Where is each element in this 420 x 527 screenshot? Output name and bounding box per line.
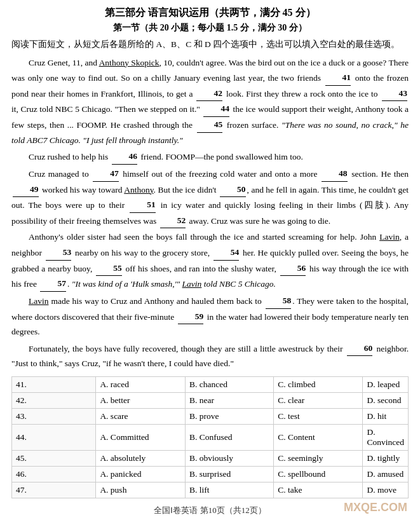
blank-56: 56 — [280, 261, 306, 277]
option-choice: D. hit — [363, 409, 409, 425]
option-choice: A. scare — [96, 409, 186, 425]
passage-p4-end: . — [67, 279, 72, 289]
table-row: 46.A. panickedB. surprisedC. spellboundD… — [12, 467, 409, 483]
option-choice: B. obviously — [185, 451, 273, 467]
option-choice: B. chanced — [185, 377, 273, 393]
blank-53: 53 — [46, 245, 72, 261]
option-choice: B. Confused — [185, 425, 273, 451]
option-choice: D. leaped — [363, 377, 409, 393]
option-num: 44. — [12, 425, 96, 451]
option-choice: A. raced — [96, 377, 186, 393]
blank-51: 51 — [130, 197, 156, 213]
option-choice: B. surprised — [185, 467, 273, 483]
passage-p3-end: away. Cruz was sure he was going to die. — [187, 216, 330, 226]
table-row: 42.A. betterB. nearC. clearD. second — [12, 393, 409, 409]
option-choice: A. push — [96, 483, 186, 498]
passage-p1-mid3: it, Cruz told NBC 5 Chicago. "Then we st… — [11, 104, 202, 114]
passage-p3-start: Cruz managed to — [29, 169, 91, 179]
blank-43: 43 — [382, 86, 408, 102]
passage-p1-end: frozen surface. — [224, 120, 281, 130]
passage: Cruz Genet, 11, and Anthony Skopick, 10,… — [11, 55, 409, 372]
option-choice: C. clear — [274, 393, 363, 409]
blank-50: 50 — [220, 182, 246, 198]
blank-46: 46 — [112, 149, 138, 165]
blank-45: 45 — [197, 117, 223, 133]
passage-p4-mid: nearby on his way to the grocery store, — [72, 248, 212, 257]
option-choice: D. Convinced — [363, 425, 409, 451]
blank-58: 58 — [266, 293, 292, 309]
blank-59: 59 — [178, 309, 204, 325]
option-choice: B. near — [185, 393, 273, 409]
blank-57: 57 — [40, 276, 66, 292]
blank-52: 52 — [160, 213, 186, 229]
option-choice: D. move — [363, 483, 409, 498]
option-choice: C. Content — [274, 425, 363, 451]
table-row: 47.A. pushB. liftC. takeD. move — [12, 483, 409, 498]
blank-42: 42 — [196, 86, 222, 102]
table-row: 45.A. absolutelyB. obviouslyC. seemingly… — [12, 451, 409, 467]
blank-48: 48 — [322, 166, 348, 182]
blank-47: 47 — [93, 166, 119, 182]
footer: 全国Ⅰ卷英语 第10页（共12页） — [11, 505, 409, 516]
option-choice: A. Committed — [96, 425, 186, 451]
table-row: 44.A. CommittedB. ConfusedC. ContentD. C… — [12, 425, 409, 451]
blank-41: 41 — [325, 70, 351, 86]
option-num: 42. — [12, 393, 96, 409]
passage-p1-mid2: look. First they threw a rock onto the i… — [224, 89, 381, 99]
passage-p3-mid3: worked his way toward Anthony. But the i… — [40, 185, 219, 195]
option-choice: C. take — [274, 483, 363, 498]
blank-54: 54 — [213, 245, 240, 261]
option-choice: C. test — [274, 409, 363, 425]
passage-p2-start: Cruz rushed to help his — [29, 152, 111, 161]
option-num: 45. — [12, 451, 96, 467]
passage-p6-start: Fortunately, the boys have fully recover… — [29, 344, 346, 353]
passage-p5-start: Lavin made his way to Cruz and Anthony a… — [29, 296, 264, 306]
title2: 第一节（共 20 小题；每小题 1.5 分，满分 30 分） — [11, 22, 409, 34]
option-choice: C. seemingly — [274, 451, 363, 467]
option-choice: B. prove — [185, 409, 273, 425]
option-choice: C. climbed — [274, 377, 363, 393]
passage-italic2: "It was kind of a 'Hulk smash,'" Lavin t… — [72, 279, 276, 289]
option-num: 47. — [12, 483, 96, 498]
option-num: 43. — [12, 409, 96, 425]
table-row: 41.A. racedB. chancedC. climbedD. leaped — [12, 377, 409, 393]
blank-49: 49 — [13, 182, 39, 198]
option-choice: D. tightly — [363, 451, 409, 467]
option-choice: D. second — [363, 393, 409, 409]
options-table: 41.A. racedB. chancedC. climbedD. leaped… — [11, 376, 409, 498]
option-choice: C. spellbound — [274, 467, 363, 483]
table-row: 43.A. scareB. proveC. testD. hit — [12, 409, 409, 425]
option-choice: A. better — [96, 393, 186, 409]
blank-60: 60 — [347, 341, 373, 357]
passage-p3-mid2: section. He then — [349, 169, 409, 179]
option-num: 46. — [12, 467, 96, 483]
option-choice: A. absolutely — [96, 451, 186, 467]
option-choice: D. amused — [363, 467, 409, 483]
option-num: 41. — [12, 377, 96, 393]
passage-p4-mid3: off his shoes, and ran into the slushy w… — [123, 264, 279, 273]
blank-44: 44 — [203, 101, 229, 117]
passage-p3-mid: himself out of the freezing cold water a… — [120, 169, 320, 179]
passage-p2-end: friend. FOOMP—the pond swallowed him too… — [139, 152, 303, 161]
option-choice: A. panicked — [96, 467, 186, 483]
option-choice: B. lift — [185, 483, 273, 498]
title1: 第三部分 语言知识运用（共两节，满分 45 分） — [11, 6, 409, 20]
blank-55: 55 — [96, 261, 122, 277]
instruction: 阅读下面短文，从短文后各题所给的 A、B、C 和 D 四个选项中，选出可以填入空… — [11, 38, 409, 51]
